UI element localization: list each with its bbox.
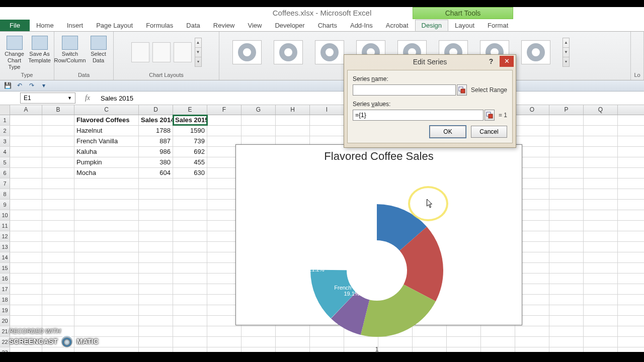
dialog-close-button[interactable]: ✕ [500,56,514,67]
cell[interactable] [42,284,74,294]
cell[interactable] [481,337,515,347]
cell[interactable] [549,147,584,157]
cell[interactable] [242,347,276,352]
row-header[interactable]: 1 [0,115,10,125]
cell[interactable] [549,326,584,336]
cell[interactable]: Mocha [74,168,139,178]
cell[interactable] [584,242,618,252]
cell[interactable] [242,126,276,136]
tab-data[interactable]: Data [180,20,206,31]
cell[interactable] [10,231,42,241]
row-header[interactable]: 2 [0,126,10,136]
tab-insert[interactable]: Insert [60,20,90,31]
cell[interactable] [584,178,618,189]
cell[interactable] [74,295,139,305]
row-header[interactable]: 10 [0,210,10,220]
cell[interactable]: 604 [139,168,173,178]
row-header[interactable]: 18 [0,295,10,305]
cell[interactable] [584,347,618,352]
select-data-button[interactable]: Select Data [87,34,110,71]
cell[interactable] [139,284,173,294]
cell[interactable] [584,115,618,125]
cell[interactable] [173,284,207,294]
chevron-down-icon[interactable]: ▼ [67,96,72,101]
cell[interactable] [74,231,139,241]
cell[interactable] [74,210,139,220]
cell[interactable] [276,126,310,136]
cell[interactable] [10,147,42,157]
cell[interactable] [173,252,207,262]
tab-format[interactable]: Format [481,20,515,31]
row-header[interactable]: 5 [0,157,10,167]
column-header[interactable]: A [10,105,42,115]
cell[interactable] [207,115,242,125]
cell[interactable] [10,157,42,167]
cell[interactable] [10,284,42,294]
cell[interactable] [242,326,276,336]
cell[interactable]: Sales 2014 [139,115,173,125]
row-header[interactable]: 6 [0,168,10,178]
cell[interactable] [10,274,42,284]
cell[interactable] [42,210,74,220]
cell[interactable] [139,305,173,315]
cell[interactable] [42,263,74,273]
cell[interactable] [139,326,173,336]
series-name-input[interactable] [353,84,456,96]
cell[interactable] [10,178,42,189]
column-header[interactable]: G [242,105,276,115]
row-header[interactable]: 16 [0,274,10,284]
cancel-button[interactable]: Cancel [471,126,507,138]
row-header[interactable]: 11 [0,221,10,231]
cell[interactable] [42,157,74,167]
cell[interactable] [139,295,173,305]
row-header[interactable]: 22 [0,337,10,347]
cell[interactable] [310,115,344,125]
chart-styles-more-button[interactable]: ▲▼▾ [562,38,570,67]
save-icon[interactable]: 💾 [3,82,12,90]
cell[interactable] [173,210,207,220]
cell[interactable] [139,178,173,189]
cell[interactable] [584,263,618,273]
row-header[interactable]: 12 [0,231,10,241]
cell[interactable] [139,189,173,199]
cell[interactable] [549,189,584,199]
cell[interactable] [173,326,207,336]
cell[interactable] [42,316,74,326]
cell[interactable] [549,347,584,352]
cell[interactable] [139,316,173,326]
cell[interactable] [549,242,584,252]
cell[interactable] [584,221,618,231]
cell[interactable] [139,210,173,220]
cell[interactable] [173,274,207,284]
tab-design[interactable]: Design [415,20,448,31]
cell[interactable] [10,252,42,262]
column-header[interactable]: B [42,105,74,115]
cell[interactable]: 1788 [139,126,173,136]
cell[interactable] [173,305,207,315]
cell[interactable] [139,221,173,231]
cell[interactable] [173,221,207,231]
cell[interactable] [139,337,173,347]
cell[interactable] [515,126,549,136]
cell[interactable] [173,316,207,326]
cell[interactable] [10,189,42,199]
chart-layout-thumb[interactable] [131,42,149,62]
cell[interactable] [584,337,618,347]
cell[interactable] [549,157,584,167]
cell[interactable] [173,178,207,189]
cell[interactable] [42,295,74,305]
name-box[interactable]: E1▼ [20,93,75,104]
cell[interactable] [173,242,207,252]
dialog-help-button[interactable]: ? [485,56,498,67]
cell[interactable] [74,284,139,294]
cell[interactable]: 986 [139,147,173,157]
cell[interactable] [139,263,173,273]
cell[interactable] [207,326,242,336]
cell[interactable] [584,252,618,262]
column-header[interactable]: C [74,105,139,115]
chart-object[interactable]: Flavored Coffee Sales French Vanilla19.1… [235,144,522,325]
cell[interactable] [10,136,42,146]
cell[interactable] [549,126,584,136]
cell[interactable] [584,200,618,210]
cell[interactable] [515,326,549,336]
